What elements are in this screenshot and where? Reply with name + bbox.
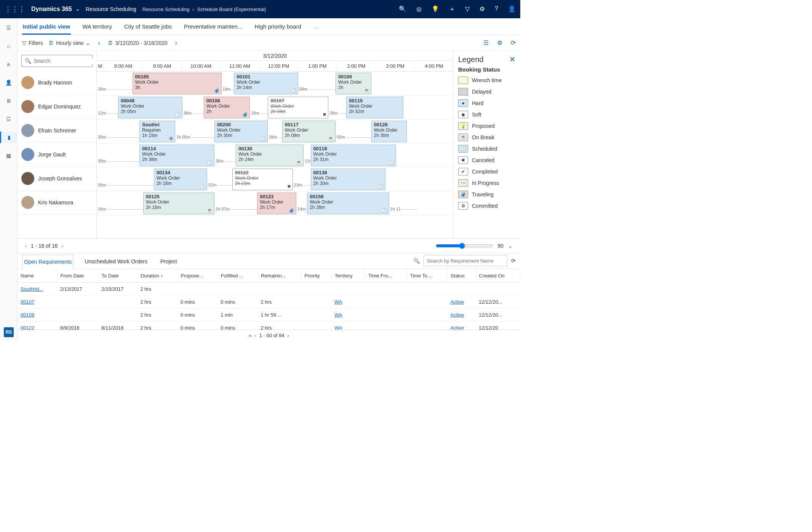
grid-header[interactable]: To Date	[98, 269, 137, 283]
grid-header[interactable]: Territory	[331, 269, 365, 283]
resource-row[interactable]: Efrain Schreiner	[18, 119, 96, 143]
booking-card[interactable]: 00048Work Order2h 05m🕒	[118, 97, 182, 118]
req-tab[interactable]: Unscheduled Work Orders	[83, 254, 149, 269]
bulb-icon[interactable]: 💡	[432, 5, 439, 13]
nav-list-icon[interactable]: ☲	[0, 113, 18, 125]
help-icon[interactable]: ?	[495, 5, 498, 13]
view-switch[interactable]: 🗓 Hourly view ⌄	[48, 40, 90, 46]
booking-card[interactable]: 00106Work Order2h🧳	[204, 97, 250, 118]
grid-header[interactable]: Time To ...	[407, 269, 447, 283]
next-range-button[interactable]: ›	[173, 40, 179, 46]
booking-card[interactable]: 00118Work Order2h 31m🕒	[311, 145, 396, 166]
board-tab[interactable]: High priority board	[254, 19, 302, 35]
booking-card[interactable]: 00117Work Order2h 09m☕	[282, 121, 336, 142]
chevron-down-icon[interactable]: ⌄	[508, 243, 513, 249]
user-icon[interactable]: 👤	[508, 5, 516, 13]
filter-icon[interactable]: ▽	[465, 5, 470, 13]
close-icon[interactable]: ✕	[509, 55, 516, 64]
resource-row[interactable]: Edgar Dominquez	[18, 95, 96, 119]
nav-calendar-icon[interactable]: ▦	[0, 150, 18, 161]
booking-card[interactable]: 00158Work Order2h 26m🕒	[307, 193, 389, 214]
refresh-icon[interactable]: ⟳	[511, 258, 516, 264]
grid-row[interactable]: 001092 hrs0 mins1 min1 hr 59 ...WAActive…	[18, 309, 520, 322]
nav-people-icon[interactable]: ጰ	[0, 59, 18, 70]
grid-row[interactable]: 001228/9/20188/11/20182 hrs0 mins0 mins2…	[18, 322, 520, 330]
nav-person-icon[interactable]: 👤	[0, 77, 18, 88]
grid-row[interactable]: Southrid...2/13/20172/15/20172 hrs	[18, 283, 520, 296]
refresh-icon[interactable]: ⟳	[511, 39, 516, 46]
grid-header[interactable]: Status	[448, 269, 476, 283]
resource-row[interactable]: Jorge Gault	[18, 143, 96, 167]
req-name-link[interactable]: 00122	[21, 325, 34, 330]
next-page-icon[interactable]: ›	[288, 333, 289, 338]
booking-card[interactable]: 00185Work Order3h🧳	[133, 73, 222, 94]
req-search-input[interactable]	[424, 255, 507, 266]
gear-icon[interactable]: ⚙	[480, 5, 485, 13]
req-name-link[interactable]: 00109	[21, 312, 34, 318]
status-link[interactable]: Active	[451, 325, 464, 330]
crumb-root[interactable]: Resource Scheduling	[142, 6, 190, 12]
app-launcher-icon[interactable]: ⋮⋮⋮	[5, 5, 25, 13]
filters-button[interactable]: ▽ Filters	[22, 40, 43, 46]
more-tabs-icon[interactable]: ⋯	[313, 21, 320, 35]
status-link[interactable]: Active	[451, 312, 464, 318]
nav-home-icon[interactable]: ⌂	[0, 40, 18, 52]
list-icon[interactable]: ☰	[483, 39, 489, 46]
first-page-icon[interactable]: «	[249, 333, 251, 338]
booking-card[interactable]: 00114Work Order2h 38m🕒	[139, 145, 214, 166]
grid-header[interactable]: Name	[18, 269, 57, 283]
req-name-link[interactable]: 00107	[21, 299, 34, 305]
resource-row[interactable]: Brady Hannon	[18, 71, 96, 95]
prev-page-icon[interactable]: ‹	[25, 243, 27, 249]
booking-card[interactable]: 00115Work Order2h 52m	[346, 97, 403, 118]
settings-icon[interactable]: ⚙	[497, 39, 502, 46]
date-range[interactable]: 🗓 3/12/2020 - 3/18/2020	[108, 40, 168, 46]
board-tab[interactable]: WA territory	[82, 19, 113, 35]
search-icon[interactable]: 🔍	[413, 258, 420, 264]
booking-card[interactable]: 00130Work Order2h 24m☕	[236, 145, 304, 166]
nav-menu-icon[interactable]: ☰	[0, 22, 18, 33]
brand[interactable]: Dynamics 365 ⌄	[31, 6, 80, 13]
nav-doc-icon[interactable]: 🗎	[0, 95, 18, 107]
booking-card[interactable]: 00126Work Order2h 30m	[371, 121, 407, 142]
grid-header[interactable]: Priority	[301, 269, 331, 283]
search-input[interactable]	[34, 58, 100, 64]
grid-header[interactable]: Remainin...	[257, 269, 301, 283]
resource-search[interactable]: 🔍	[21, 55, 93, 67]
booking-card[interactable]: 00134Work Order2h 16m🕒	[154, 169, 207, 190]
booking-card[interactable]: 00123Work Order2h 17m🧳	[257, 193, 296, 214]
req-name-link[interactable]: Southrid...	[21, 286, 43, 292]
booking-card[interactable]: SouthriRequiren1h 15m⚙	[139, 121, 175, 142]
booking-card[interactable]: 00107Work Order2h 04m✖	[268, 97, 328, 118]
add-icon[interactable]: ＋	[449, 5, 455, 13]
app-badge[interactable]: RS	[4, 327, 14, 337]
prev-range-button[interactable]: ‹	[96, 40, 102, 46]
board-tab[interactable]: Preventative mainten...	[183, 19, 243, 35]
grid-header[interactable]: From Date	[57, 269, 98, 283]
task-icon[interactable]: ◎	[416, 5, 422, 13]
status-link[interactable]: Active	[451, 299, 464, 305]
grid-row[interactable]: 001072 hrs0 mins0 mins2 hrsWAActive12/12…	[18, 296, 520, 309]
resource-row[interactable]: Joseph Gonsalves	[18, 167, 96, 191]
grid-header[interactable]: Duration ↑	[137, 269, 177, 283]
territory-link[interactable]: WA	[334, 299, 342, 305]
grid-header[interactable]: Created On	[476, 269, 520, 283]
board-tab[interactable]: City of Seattle jobs	[123, 19, 173, 35]
territory-link[interactable]: WA	[334, 312, 342, 318]
grid-header[interactable]: Time Fro...	[365, 269, 407, 283]
req-tab[interactable]: Project	[158, 254, 179, 269]
search-icon[interactable]: 🔍	[399, 5, 406, 13]
grid-header[interactable]: Fulfilled ...	[217, 269, 257, 283]
booking-card[interactable]: 00138Work Order2h 20m🕒	[311, 169, 386, 190]
zoom-slider[interactable]	[436, 243, 493, 249]
booking-card[interactable]: 00100Work Order2h☕	[336, 73, 371, 94]
req-tab[interactable]: Open Requirements	[22, 255, 74, 269]
board-tab[interactable]: Initial public view	[22, 19, 71, 35]
resource-row[interactable]: Kris Nakamura	[18, 191, 96, 215]
booking-card[interactable]: 00101Work Order2h 14m🕒	[234, 73, 298, 94]
territory-link[interactable]: WA	[334, 325, 342, 330]
grid-header[interactable]: Propose...	[177, 269, 217, 283]
nav-schedule-icon[interactable]: ▮	[0, 132, 18, 143]
booking-card[interactable]: 00122Work Order2h 23m✖	[232, 169, 293, 190]
booking-card[interactable]: 00200Work Order2h 30m🕒	[214, 121, 268, 142]
